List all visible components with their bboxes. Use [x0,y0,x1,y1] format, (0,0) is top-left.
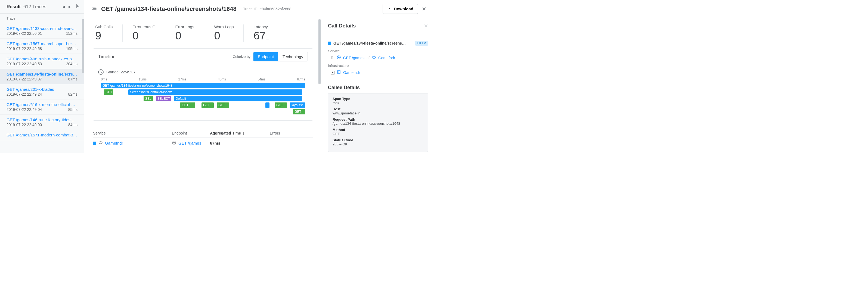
stat-box: Latency67… [243,25,279,42]
started-label: Started: 22:49:37 [106,70,135,74]
stat-value: 0 [214,30,234,42]
download-label: Download [394,6,413,11]
trace-item[interactable]: GET /games/1571-modern-combat-3-… [0,130,84,140]
timeline-axis: 0ms13ms27ms40ms54ms67ms [101,77,305,81]
expand-icon[interactable]: + [331,71,335,74]
prev-icon[interactable]: ◀ [62,5,65,9]
close-icon[interactable]: ✕ [422,6,426,12]
timeline-panel: Timeline Colorize by Endpoint Technology [93,48,313,121]
span-bar[interactable]: GET /games/134-fiesta-online/screenshots… [101,83,305,88]
trace-item[interactable]: GET /games/201-x-blades2019-07-22 22:49:… [0,84,84,99]
trace-timestamp: 2019-07-22 22:50:01 [6,31,42,36]
call-summary: GET /games/134-fiesta-online/screens… HT… [322,34,434,80]
stat-label: Error Logs [175,25,194,29]
aggregate-row[interactable]: GamefndrGET /games67ms [93,138,313,148]
next-icon[interactable]: ▶ [68,5,71,9]
span-bar[interactable]: GET [180,102,195,108]
trace-item[interactable]: GET /games/408-rush-n-attack-ex-p…2019-0… [0,54,84,69]
aggregate-header: Service Endpoint Aggregated Time ↓ Error… [93,129,313,138]
of-label: of [367,56,370,60]
details-title: Call Details [328,23,356,29]
trace-item[interactable]: GET /games/134-fiesta-online/scre…2019-0… [0,69,84,84]
trace-duration: 85ms [68,107,78,112]
stat-label: Warn Logs [214,25,234,29]
span-bar[interactable]: GET [217,102,229,108]
call-name: GET /games/134-fiesta-online/screens… [333,41,413,45]
details-close-icon[interactable]: ✕ [424,23,428,29]
callee-value: GET [333,132,424,136]
col-endpoint: Endpoint [172,131,210,135]
trace-list[interactable]: GET /games/1133-crash-mind-over-…2019-07… [0,23,84,153]
span-bar[interactable]: Default [174,96,302,101]
trace-title: GET /games/201-x-blades [6,87,78,92]
clock-icon [98,69,103,75]
stats-row: Sub Calls9Erroneous C0Error Logs0Warn Lo… [93,25,313,42]
span-bar[interactable]: GET [275,102,287,108]
timeline-header: Timeline Colorize by Endpoint Technology [93,49,313,65]
service-label: Service [328,49,428,53]
span-bar[interactable]: SEL [144,96,153,101]
col-time[interactable]: Aggregated Time ↓ [210,131,270,135]
trace-timestamp: 2019-07-22 22:49:24 [6,92,42,97]
color-swatch-icon [93,142,96,145]
trace-duration: 195ms [66,46,78,51]
toggle-technology[interactable]: Technology [278,52,308,61]
callee-key: Span Type [333,97,424,101]
span-bar[interactable]: layouts/ [290,102,305,108]
span-bar[interactable]: GET [293,109,305,114]
timeline-body: Started: 22:49:37 0ms13ms27ms40ms54ms67m… [93,65,313,121]
trace-timestamp: 2019-07-22 22:49:37 [6,77,42,81]
timeline-chart[interactable]: GET /games/134-fiesta-online/screenshots… [101,83,305,115]
service-link[interactable]: Gamefndr [105,141,123,145]
trace-title: GET /games/616-x-men-the-official-… [6,102,78,107]
sidebar-scrollbar[interactable] [82,16,84,153]
callee-key: Request Path [333,117,424,122]
sort-desc-icon: ↓ [243,131,245,135]
top-bar: GET /games/134-fiesta-online/screenshots… [84,0,434,18]
main: GET /games/134-fiesta-online/screenshots… [84,0,434,153]
download-button[interactable]: Download [382,4,418,14]
trace-item[interactable]: GET /games/146-rune-factory-tides-…2019-… [0,115,84,130]
trace-item[interactable]: GET /games/1133-crash-mind-over-…2019-07… [0,23,84,39]
callee-key: Host [333,107,424,111]
infra-link[interactable]: Gamefndr [343,70,360,75]
trace-duration: 152ms [66,31,78,36]
collapse-icon[interactable] [75,4,80,9]
trace-title: GET /games/1133-crash-mind-over-… [6,26,78,31]
span-bar[interactable]: ScreenshotsController#show [128,90,302,95]
span-bar[interactable] [266,102,270,108]
callee-box: Span TyperackHostwww.gameface.inRequest … [328,93,428,152]
trace-item[interactable]: GET /games/616-x-men-the-official-…2019-… [0,99,84,115]
trace-title: GET /games/1567-marvel-super-hero… [6,41,78,46]
toggle-endpoint[interactable]: Endpoint [253,52,278,61]
span-bar[interactable]: GET [104,90,113,95]
service-endpoint-link[interactable]: GET /games [343,56,364,60]
stat-value: 9 [95,30,113,42]
col-service: Service [93,131,172,135]
endpoint-icon [172,140,176,146]
trace-item[interactable]: GET /games/1567-marvel-super-hero…2019-0… [0,39,84,54]
infra-label: Infrastructure [328,64,428,68]
trace-duration: 82ms [68,92,78,97]
svg-point-2 [174,142,175,143]
axis-tick: 27ms [178,77,186,81]
callee-key: Method [333,128,424,132]
colorize-toggle: Endpoint Technology [253,52,308,61]
service-icon [372,55,376,60]
target-icon [337,55,341,60]
span-bar[interactable]: SELECT [156,96,171,101]
color-swatch-icon [328,42,331,45]
stat-value: 0 [175,30,194,42]
endpoint-link[interactable]: GET /games [178,141,201,145]
center-scrollbar[interactable] [318,18,320,153]
stat-label: Erroneous C [132,25,155,29]
lane-icon [92,6,97,11]
colorize-group: Colorize by Endpoint Technology [233,52,308,61]
trace-title: GET /games/146-rune-factory-tides-… [6,117,78,122]
span-bar[interactable]: GET [202,102,214,108]
callee-value: 200 – OK [333,142,424,146]
stat-box: Sub Calls9 [93,25,122,42]
trace-timestamp: 2019-07-22 22:49:58 [6,46,42,51]
service-link[interactable]: Gamefndr [378,56,395,60]
timeline-started: Started: 22:49:37 [98,69,308,75]
